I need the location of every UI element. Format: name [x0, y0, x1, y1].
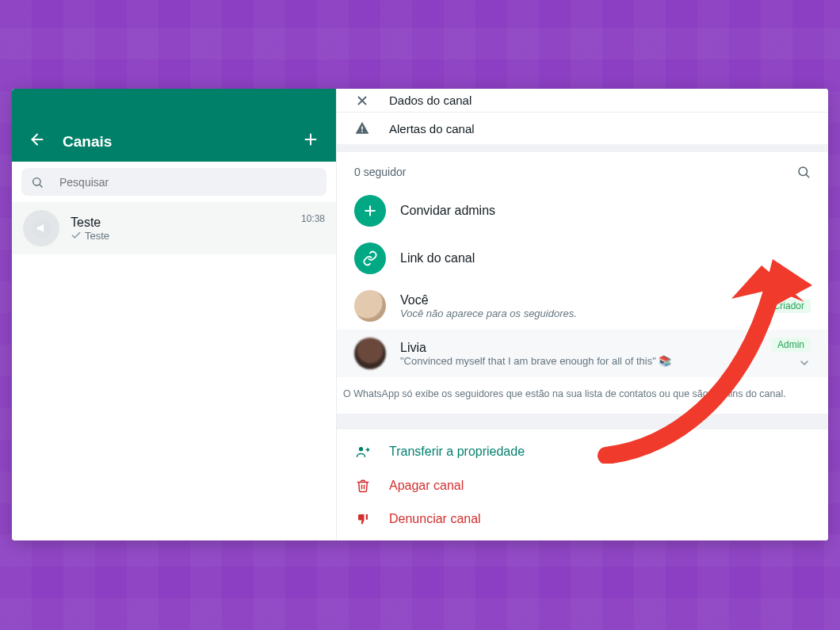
channel-subtitle-text: Teste	[85, 230, 109, 242]
search-icon	[796, 165, 811, 179]
close-icon	[355, 94, 369, 108]
close-button[interactable]	[354, 93, 370, 109]
sidebar-header: Canais	[12, 89, 336, 162]
channel-link-row[interactable]: Link do canal	[337, 235, 828, 282]
chevron-down-icon	[798, 357, 811, 369]
arrow-left-icon	[29, 131, 46, 148]
you-avatar	[354, 290, 386, 322]
warning-icon	[354, 120, 370, 136]
search-box[interactable]	[21, 168, 326, 196]
member-avatar	[354, 338, 386, 369]
channel-alerts-label: Alertas do canal	[389, 122, 475, 136]
you-row[interactable]: Você Você não aparece para os seguidores…	[337, 282, 828, 330]
followers-disclaimer: O WhatsApp só exibe os seguidores que es…	[337, 377, 828, 410]
channel-list-item[interactable]: Teste Teste 10:38	[12, 202, 336, 254]
svg-point-3	[33, 178, 40, 185]
invite-admins-row[interactable]: Convidar admins	[337, 187, 828, 235]
details-panel: Dados do canal Alertas do canal 0 seguid…	[337, 89, 828, 540]
actions-section: Transferir a propriedade Apagar canal De…	[337, 430, 828, 540]
back-button[interactable]	[26, 128, 48, 151]
plus-icon	[302, 131, 319, 148]
sidebar-title: Canais	[63, 133, 300, 151]
channel-name: Teste	[71, 216, 290, 230]
channel-time: 10:38	[301, 213, 325, 224]
search-input[interactable]	[59, 176, 317, 189]
delete-label: Apagar canal	[389, 479, 464, 493]
svg-rect-9	[361, 131, 363, 132]
svg-line-11	[806, 174, 808, 177]
add-channel-button[interactable]	[300, 128, 322, 151]
transfer-ownership-row[interactable]: Transferir a propriedade	[337, 434, 828, 469]
svg-point-10	[799, 167, 808, 176]
delete-channel-row[interactable]: Apagar canal	[337, 469, 828, 502]
channel-link-avatar	[354, 242, 386, 274]
report-label: Denunciar canal	[389, 512, 481, 526]
svg-point-14	[359, 447, 363, 451]
search-followers-button[interactable]	[796, 165, 811, 179]
channel-text: Teste Teste	[71, 216, 290, 242]
plus-icon	[362, 203, 378, 219]
panel-header: Dados do canal	[337, 89, 828, 113]
thumb-down-icon	[356, 512, 370, 526]
member-status: "Convinced myself that I am brave enough…	[400, 355, 757, 367]
megaphone-icon	[32, 219, 51, 238]
member-name: Livia	[400, 341, 757, 355]
svg-rect-8	[361, 127, 363, 130]
followers-section: 0 seguidor Convidar admins Link do c	[337, 152, 828, 414]
svg-line-4	[40, 185, 42, 187]
sidebar: Canais Teste Teste 10:38	[12, 89, 337, 540]
search-container	[12, 162, 336, 202]
user-arrow-icon	[355, 444, 371, 460]
invite-admins-avatar	[354, 195, 386, 227]
trash-icon	[356, 479, 370, 493]
channel-subtitle: Teste	[71, 230, 290, 242]
channel-avatar	[23, 210, 59, 246]
app-window: Canais Teste Teste 10:38	[12, 89, 828, 540]
creator-badge: Criador	[767, 299, 811, 313]
followers-header: 0 seguidor	[337, 152, 828, 187]
invite-admins-label: Convidar admins	[400, 204, 811, 218]
member-row[interactable]: Livia "Convinced myself that I am brave …	[337, 330, 828, 377]
you-note: Você não aparece para os seguidores.	[400, 307, 753, 319]
admin-badge: Admin	[771, 338, 811, 352]
followers-count: 0 seguidor	[354, 166, 406, 178]
channel-alerts-row[interactable]: Alertas do canal	[337, 113, 828, 144]
member-menu-chevron[interactable]	[798, 357, 811, 369]
transfer-label: Transferir a propriedade	[389, 445, 525, 459]
channel-link-label: Link do canal	[400, 251, 811, 265]
check-icon	[71, 230, 82, 241]
panel-title: Dados do canal	[389, 94, 472, 107]
you-name: Você	[400, 293, 753, 307]
report-channel-row[interactable]: Denunciar canal	[337, 502, 828, 536]
link-icon	[362, 250, 378, 266]
search-icon	[31, 176, 44, 189]
